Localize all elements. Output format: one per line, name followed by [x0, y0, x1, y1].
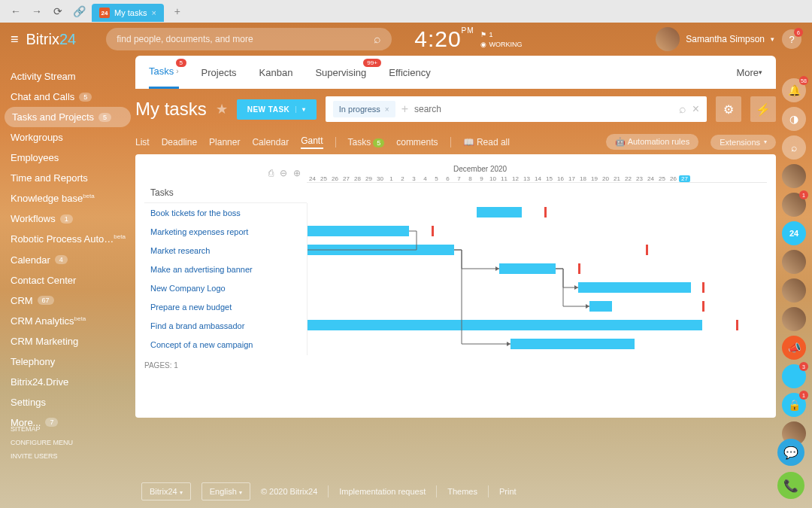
- help-button[interactable]: ?6: [782, 29, 801, 49]
- view-tab[interactable]: Planner: [209, 137, 240, 148]
- sidebar-footer: SITEMAPCONFIGURE MENUINVITE USERS: [11, 422, 73, 463]
- sidebar-footer-link[interactable]: SITEMAP: [11, 422, 73, 436]
- day-cell: 3: [408, 175, 420, 182]
- favorite-star-icon[interactable]: ★: [216, 101, 228, 117]
- footer-link[interactable]: Print: [499, 487, 517, 496]
- sidebar-item[interactable]: Time and Reports: [0, 168, 135, 188]
- new-task-button[interactable]: NEW TASK ▾: [237, 99, 317, 120]
- rail-contact-6[interactable]: 3: [782, 364, 806, 388]
- task-row[interactable]: New Company Logo: [144, 278, 307, 297]
- call-fab[interactable]: 📞: [777, 472, 804, 499]
- task-row[interactable]: Find a brand ambassador: [144, 316, 307, 335]
- rail-contact-4[interactable]: [782, 278, 806, 303]
- automation-rules-button[interactable]: 🤖 Automation rules: [606, 134, 698, 150]
- sidebar-footer-link[interactable]: CONFIGURE MENU: [11, 436, 73, 449]
- reload-icon[interactable]: ⟳: [50, 3, 66, 20]
- sidebar-item[interactable]: Calendar4: [0, 250, 135, 270]
- filter-search-input[interactable]: [414, 104, 673, 114]
- day-cell: 5: [431, 175, 442, 182]
- sidebar-item[interactable]: Contact Center: [0, 270, 135, 291]
- rail-24-icon[interactable]: 24: [782, 221, 806, 245]
- back-icon[interactable]: ←: [8, 3, 24, 20]
- forward-icon[interactable]: →: [29, 3, 45, 20]
- footer-link[interactable]: Themes: [447, 487, 477, 496]
- sidebar-footer-link[interactable]: INVITE USERS: [11, 449, 73, 463]
- rail-contact-2[interactable]: 1: [782, 193, 806, 217]
- tasks-filter[interactable]: Tasks5: [348, 137, 385, 148]
- tabs-more[interactable]: More ▾: [736, 56, 762, 89]
- task-row[interactable]: Book tickets for the boss: [144, 203, 307, 222]
- svg-marker-18: [574, 285, 578, 290]
- sidebar-item[interactable]: CRM Marketing: [0, 331, 135, 351]
- rail-megaphone-icon[interactable]: 📣: [782, 336, 806, 360]
- zoom-out-icon[interactable]: ⊖: [280, 168, 287, 178]
- global-search[interactable]: ⌕: [106, 28, 392, 50]
- filter-chip[interactable]: In progress×: [333, 101, 395, 117]
- sidebar-item[interactable]: Workflows1: [0, 208, 135, 229]
- comments-filter[interactable]: comments: [396, 137, 438, 148]
- view-tab[interactable]: Calendar: [252, 137, 289, 148]
- footer-brand[interactable]: Bitrix24 ▾: [141, 482, 191, 500]
- section-tab[interactable]: Supervising99+: [315, 56, 366, 89]
- rail-lock-icon[interactable]: 🔒1: [782, 393, 806, 417]
- task-row[interactable]: Marketing expenses report: [144, 222, 307, 241]
- svg-marker-19: [586, 304, 589, 309]
- view-tab[interactable]: Deadline: [162, 137, 197, 148]
- sidebar-item[interactable]: Tasks and Projects5: [5, 107, 131, 127]
- rail-contact-5[interactable]: [782, 307, 806, 331]
- global-search-input[interactable]: [117, 34, 374, 44]
- task-row[interactable]: Concept of a new campaign: [144, 335, 307, 354]
- bolt-button[interactable]: ⚡: [750, 96, 776, 122]
- rail-chat-icon[interactable]: ◑: [782, 107, 806, 131]
- section-tab[interactable]: Efficiency: [389, 56, 430, 89]
- clock-widget[interactable]: 4:20PM ⚑ 1 ◉ WORKING: [414, 26, 522, 52]
- sidebar-item[interactable]: Employees: [0, 148, 135, 168]
- sidebar-item[interactable]: Bitrix24.Drive: [0, 372, 135, 392]
- print-icon[interactable]: ⎙: [268, 168, 274, 178]
- section-tab[interactable]: Tasks›5: [149, 56, 179, 89]
- gantt-chart[interactable]: [307, 203, 767, 355]
- add-filter-icon[interactable]: +: [401, 102, 408, 116]
- extensions-button[interactable]: Extensions ▾: [710, 135, 776, 150]
- read-all[interactable]: 📖 Read all: [463, 137, 510, 148]
- task-row[interactable]: Market research: [144, 241, 307, 260]
- filter-search[interactable]: In progress× + ⌕ ×: [326, 96, 707, 122]
- sidebar-item[interactable]: Telephony: [0, 351, 135, 372]
- tab-close-icon[interactable]: ×: [151, 8, 156, 17]
- browser-tab[interactable]: 24 My tasks ×: [92, 4, 164, 22]
- task-row[interactable]: Prepare a new budget: [144, 297, 307, 316]
- rail-search-icon[interactable]: ⌕: [782, 135, 806, 160]
- user-menu[interactable]: Samantha Simpson ▾: [656, 27, 774, 51]
- chat-fab[interactable]: 💬: [777, 439, 804, 466]
- sidebar-item[interactable]: Workgroups: [0, 127, 135, 148]
- svg-rect-11: [702, 301, 704, 312]
- new-tab-icon[interactable]: +: [174, 5, 180, 17]
- search-icon[interactable]: ⌕: [374, 32, 381, 46]
- section-tab[interactable]: Projects: [201, 56, 237, 89]
- settings-button[interactable]: ⚙: [716, 96, 741, 122]
- rail-contact-1[interactable]: [782, 164, 806, 188]
- link-icon[interactable]: 🔗: [71, 3, 87, 20]
- clear-filter-icon[interactable]: ×: [692, 102, 699, 116]
- zoom-in-icon[interactable]: ⊕: [293, 168, 301, 178]
- sidebar-item[interactable]: Knowledge basebeta: [0, 188, 135, 208]
- tab-favicon: 24: [99, 8, 110, 18]
- sidebar-item[interactable]: Chat and Calls5: [0, 87, 135, 107]
- footer-language[interactable]: English ▾: [201, 482, 250, 500]
- sidebar-item[interactable]: CRM67: [0, 291, 135, 311]
- rail-contact-3[interactable]: [782, 250, 806, 274]
- sidebar-item[interactable]: CRM Analyticsbeta: [0, 311, 135, 331]
- footer-link[interactable]: Implementation request: [339, 487, 426, 496]
- bell-icon[interactable]: 🔔58: [782, 78, 806, 102]
- task-row[interactable]: Make an advertising banner: [144, 260, 307, 278]
- hamburger-icon[interactable]: ≡: [11, 32, 19, 47]
- sidebar-item[interactable]: Settings: [0, 392, 135, 412]
- chip-remove-icon[interactable]: ×: [385, 105, 389, 114]
- sidebar-item[interactable]: Robotic Process Auto…beta: [0, 229, 135, 249]
- new-task-dropdown-icon[interactable]: ▾: [295, 106, 306, 113]
- view-tab[interactable]: Gantt: [301, 135, 323, 149]
- section-tab[interactable]: Kanban: [259, 56, 293, 89]
- sidebar-item[interactable]: Activity Stream: [0, 66, 135, 87]
- search-icon[interactable]: ⌕: [679, 102, 686, 116]
- view-tab[interactable]: List: [135, 137, 150, 148]
